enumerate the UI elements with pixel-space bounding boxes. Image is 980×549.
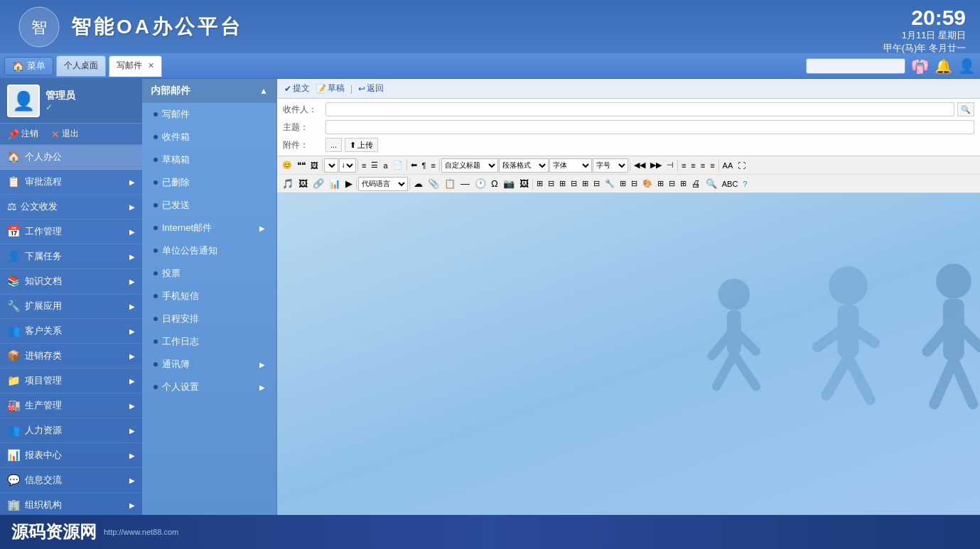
upload-button[interactable]: ⬆ 上传	[345, 138, 378, 152]
paragraph-select[interactable]: 段落格式	[499, 158, 549, 173]
fontsize-select[interactable]: 字号	[593, 158, 628, 173]
toolbar-image[interactable]: 🖼	[308, 158, 321, 173]
dropdown-item-sent[interactable]: 已发送	[142, 194, 276, 217]
dropdown-section-settings[interactable]: 个人设置 ▶	[142, 376, 276, 398]
toolbar-print[interactable]: 🖨	[689, 177, 703, 191]
toolbar-col[interactable]: ⊞	[557, 177, 568, 191]
cancel-button[interactable]: 📌 注销	[7, 128, 38, 140]
toolbar-layout[interactable]: ⊞	[678, 177, 689, 191]
highlight-select[interactable]: abc	[339, 158, 356, 173]
dropdown-section-schedule[interactable]: 日程安排	[142, 308, 276, 330]
toolbar-align3[interactable]: ≡	[699, 158, 707, 173]
tab-compose-close[interactable]: ✕	[148, 61, 154, 70]
toolbar-align1[interactable]: ≡	[679, 158, 688, 173]
sidebar-item-inventory[interactable]: 📦 进销存类 ▶	[0, 344, 142, 369]
dropdown-section-internet[interactable]: Internet邮件 ▶	[142, 217, 276, 239]
toolbar-hr[interactable]: —	[458, 177, 472, 191]
toolbar-align4[interactable]: ≡	[708, 158, 716, 173]
toolbar-link[interactable]: 🔗	[311, 177, 326, 191]
heading-select[interactable]: 自定义标题	[441, 158, 498, 173]
sidebar-item-hr[interactable]: 👥 人力资源 ▶	[0, 418, 142, 443]
sidebar-item-document[interactable]: ⚖ 公文收发 ▶	[0, 195, 142, 219]
email-to-input[interactable]	[325, 102, 954, 116]
sidebar-item-knowledge[interactable]: 📚 知识文档 ▶	[0, 269, 142, 294]
toolbar-rowins[interactable]: ⊞	[655, 177, 666, 191]
tab-compose[interactable]: 写邮件 ✕	[109, 55, 162, 77]
back-button[interactable]: ↩ 返回	[358, 82, 384, 94]
dropdown-collapse-icon[interactable]: ▲	[259, 86, 268, 96]
sidebar-item-project[interactable]: 📁 项目管理 ▶	[0, 369, 142, 393]
dropdown-item-inbox[interactable]: 收件箱	[142, 126, 276, 148]
dropdown-section-contacts[interactable]: 通讯簿 ▶	[142, 353, 276, 376]
toolbar-border[interactable]: ⊟	[629, 177, 640, 191]
browse-button[interactable]: ...	[325, 138, 342, 152]
toolbar-charmap[interactable]: AA	[721, 158, 736, 173]
toolbar-table[interactable]: ⊞	[534, 177, 545, 191]
toolbar-help[interactable]: ?	[741, 177, 749, 191]
address-search-button[interactable]: 🔍	[957, 102, 974, 116]
exit-button[interactable]: ✕ 退出	[51, 128, 79, 140]
toolbar-para[interactable]: ¶	[420, 158, 429, 173]
sidebar-item-extend[interactable]: 🔧 扩展应用 ▶	[0, 294, 142, 319]
toolbar-bgcolor[interactable]: 🎨	[640, 177, 655, 191]
font-select[interactable]: 字体	[549, 158, 592, 173]
sidebar-item-org[interactable]: 🏢 组织机构 ▶	[0, 493, 142, 518]
toolbar-colprop[interactable]: 🔧	[603, 177, 617, 191]
toolbar-attach2[interactable]: 📋	[442, 177, 458, 191]
draft-button[interactable]: 📝 草稿	[316, 82, 345, 94]
dropdown-item-deleted[interactable]: 已删除	[142, 171, 276, 194]
toolbar-ltr[interactable]: ⊣	[664, 158, 676, 173]
tab-desktop[interactable]: 个人桌面	[56, 55, 106, 77]
toolbar-table2[interactable]: ⊟	[546, 177, 556, 191]
toolbar-quote[interactable]: ❝❝	[295, 158, 308, 173]
sidebar-item-report[interactable]: 📊 报表中心 ▶	[0, 443, 142, 468]
submit-button[interactable]: ✔ 提文	[284, 82, 310, 94]
toolbar-zoomin[interactable]: 🔍	[704, 177, 719, 191]
dropdown-item-compose[interactable]: 写邮件	[142, 103, 276, 126]
search-input[interactable]	[806, 58, 905, 74]
dropdown-section-sms[interactable]: 手机短信	[142, 285, 276, 308]
toolbar-fullscreen[interactable]: ⛶	[736, 158, 748, 173]
sidebar-item-tasks[interactable]: 👤 下属任务 ▶	[0, 244, 142, 269]
email-subject-input[interactable]	[325, 120, 974, 134]
toolbar-list-ul[interactable]: ☰	[369, 158, 380, 173]
font-color-select[interactable]: A	[324, 158, 338, 173]
toolbar-audio[interactable]: 🎵	[280, 177, 296, 191]
dropdown-section-diary[interactable]: 工作日志	[142, 330, 276, 353]
toolbar-split[interactable]: ⊟	[591, 177, 602, 191]
toolbar-emoticon[interactable]: 😊	[280, 158, 294, 173]
toolbar-outdent[interactable]: ◀◀	[632, 158, 647, 173]
toolbar-align2[interactable]: ≡	[689, 158, 697, 173]
sidebar-item-personal-office[interactable]: 🏠 个人办公	[0, 145, 142, 170]
dropdown-section-notice[interactable]: 单位公告通知	[142, 239, 276, 262]
menu-button[interactable]: 🏠 菜单	[4, 57, 53, 75]
toolbar-chart[interactable]: 📊	[327, 177, 343, 191]
toolbar-clear[interactable]: a	[381, 158, 389, 173]
toolbar-time[interactable]: 🕐	[473, 177, 488, 191]
toolbar-omega[interactable]: Ω	[489, 177, 500, 191]
sidebar-item-approval[interactable]: 📋 审批流程 ▶	[0, 170, 142, 195]
toolbar-img2[interactable]: 🖼	[296, 177, 310, 191]
sidebar-item-work[interactable]: 📅 工作管理 ▶	[0, 219, 142, 244]
dropdown-section-vote[interactable]: 投票	[142, 262, 276, 285]
dropdown-item-draft[interactable]: 草稿箱	[142, 148, 276, 171]
toolbar-copy[interactable]: 📄	[391, 158, 405, 173]
toolbar-rowdel[interactable]: ⊟	[667, 177, 677, 191]
toolbar-align-left[interactable]: ⬅	[409, 158, 419, 173]
toolbar-gallery[interactable]: 🖼	[517, 177, 531, 191]
toolbar-merge[interactable]: ⊞	[580, 177, 591, 191]
sidebar-item-crm[interactable]: 👥 客户关系 ▶	[0, 319, 142, 344]
toolbar-justify[interactable]: ≡	[429, 158, 437, 173]
toolbar-indent[interactable]: ▶▶	[648, 158, 664, 173]
toolbar-media[interactable]: ▶	[343, 177, 355, 191]
editor-content[interactable]	[277, 193, 980, 549]
toolbar-row[interactable]: ⊟	[569, 177, 579, 191]
sidebar-item-info[interactable]: 💬 信息交流 ▶	[0, 468, 142, 493]
code-lang-select[interactable]: 代码语言	[358, 177, 408, 191]
sidebar-item-production[interactable]: 🏭 生产管理 ▶	[0, 393, 142, 418]
toolbar-attach[interactable]: 📎	[426, 177, 441, 191]
toolbar-snap[interactable]: 📷	[501, 177, 517, 191]
toolbar-tableprop[interactable]: ⊞	[618, 177, 628, 191]
editor-area[interactable]	[277, 193, 980, 549]
toolbar-find[interactable]: ABC	[720, 177, 741, 191]
